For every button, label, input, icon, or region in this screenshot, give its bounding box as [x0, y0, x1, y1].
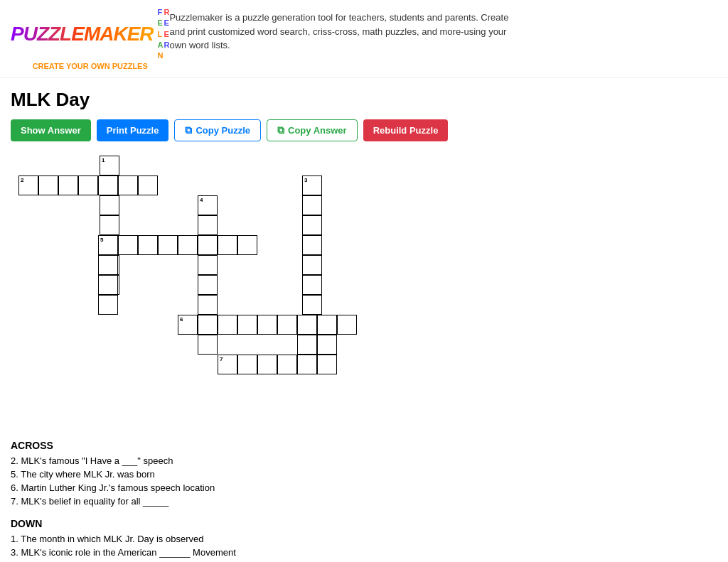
logo-grid: FR EE LE AR N [158, 7, 170, 60]
crossword-puzzle: 1 2 3 4 [18, 156, 387, 418]
across-heading: ACROSS [11, 440, 717, 451]
cell-2-1[interactable]: 2 [18, 175, 38, 195]
clue-across-5: 5. The city where MLK Jr. was born [11, 469, 717, 480]
logo-subtitle: CREATE YOUR OWN PUZZLES [33, 62, 148, 70]
toolbar: Show Answer Print Puzzle ⧉ Copy Puzzle ⧉… [11, 119, 717, 141]
cell-1-1[interactable]: 1 [100, 156, 119, 175]
cell-6-6[interactable] [277, 315, 297, 335]
cell-6-2[interactable] [198, 315, 218, 335]
cell-1-4[interactable] [100, 215, 119, 235]
cell-extra-2[interactable] [98, 275, 118, 295]
cell-6-1[interactable]: 6 [178, 315, 198, 335]
cell-5-3[interactable] [138, 235, 158, 255]
cell-7-1[interactable]: 7 [218, 355, 237, 374]
cell-2-6[interactable] [118, 175, 138, 195]
copy-answer-icon: ⧉ [277, 124, 284, 136]
logo-wrapper: PUZZLEMAKER FR EE LE AR N CREATE YOUR OW… [11, 7, 169, 70]
cell-7-5[interactable] [297, 355, 317, 374]
copy-puzzle-icon: ⧉ [185, 124, 192, 136]
cell-extra-1[interactable] [98, 255, 118, 275]
cell-6-8[interactable] [317, 315, 337, 335]
show-answer-button[interactable]: Show Answer [11, 119, 91, 141]
cell-4-2[interactable] [198, 215, 218, 235]
cell-5-7[interactable] [218, 235, 237, 255]
cell-5-8[interactable] [237, 235, 257, 255]
cell-6-b2[interactable] [297, 335, 317, 355]
page-title: MLK Day [11, 89, 717, 111]
cell-5-2[interactable] [118, 235, 138, 255]
cell-4-1[interactable]: 4 [198, 195, 218, 215]
cell-3-1[interactable]: 3 [302, 175, 322, 195]
cell-5-4[interactable] [158, 235, 178, 255]
cell-5-6[interactable] [198, 235, 218, 255]
cell-5-1[interactable]: 5 [98, 235, 118, 255]
cell-3-7[interactable] [302, 295, 322, 315]
cell-5-5[interactable] [178, 235, 198, 255]
across-clues-group: ACROSS 2. MLK's famous "I Have a ___" sp… [11, 440, 717, 507]
cell-3-6[interactable] [302, 275, 322, 295]
cell-6-9[interactable] [337, 315, 357, 335]
cell-6-b1[interactable] [198, 335, 218, 355]
main-content: MLK Day Show Answer Print Puzzle ⧉ Copy … [0, 78, 728, 562]
cell-7-6[interactable] [317, 355, 337, 374]
clue-across-2: 2. MLK's famous "I Have a ___" speech [11, 455, 717, 466]
clue-across-7: 7. MLK's belief in equality for all ____… [11, 496, 717, 507]
cell-4-6[interactable] [198, 295, 218, 315]
cell-6-5[interactable] [257, 315, 277, 335]
cell-7-4[interactable] [277, 355, 297, 374]
header-description: Puzzlemaker is a puzzle generation tool … [169, 11, 525, 53]
cell-2-3[interactable] [58, 175, 78, 195]
clue-across-6: 6. Martin Luther King Jr.'s famous speec… [11, 482, 717, 493]
cell-2-4[interactable] [78, 175, 98, 195]
cell-2-7[interactable] [138, 175, 158, 195]
cell-7-2[interactable] [237, 355, 257, 374]
cell-extra-3[interactable] [98, 295, 118, 315]
rebuild-puzzle-button[interactable]: Rebuild Puzzle [363, 119, 449, 141]
cell-4-4[interactable] [198, 255, 218, 275]
down-heading: DOWN [11, 518, 717, 529]
cell-6-7[interactable] [297, 315, 317, 335]
copy-puzzle-button[interactable]: ⧉ Copy Puzzle [174, 119, 261, 141]
copy-answer-button[interactable]: ⧉ Copy Answer [267, 119, 358, 141]
logo-text: PUZZLEMAKER [11, 23, 154, 45]
print-puzzle-button[interactable]: Print Puzzle [97, 119, 169, 141]
cell-6-4[interactable] [237, 315, 257, 335]
cell-1-3[interactable] [100, 195, 119, 215]
clue-down-1: 1. The month in which MLK Jr. Day is obs… [11, 534, 717, 544]
cell-3-4[interactable] [302, 235, 322, 255]
clue-down-3: 3. MLK's iconic role in the American ___… [11, 547, 717, 558]
cell-2-2[interactable] [38, 175, 58, 195]
cell-6-3[interactable] [218, 315, 237, 335]
cell-7-3[interactable] [257, 355, 277, 374]
cell-3-5[interactable] [302, 255, 322, 275]
cell-6-b3[interactable] [317, 335, 337, 355]
header: PUZZLEMAKER FR EE LE AR N CREATE YOUR OW… [0, 0, 728, 78]
cell-3-3[interactable] [302, 215, 322, 235]
clues-section: ACROSS 2. MLK's famous "I Have a ___" sp… [11, 440, 717, 562]
cell-3-2[interactable] [302, 195, 322, 215]
down-clues-group: DOWN 1. The month in which MLK Jr. Day i… [11, 518, 717, 562]
cell-2-5[interactable] [98, 175, 118, 195]
cell-4-5[interactable] [198, 275, 218, 295]
